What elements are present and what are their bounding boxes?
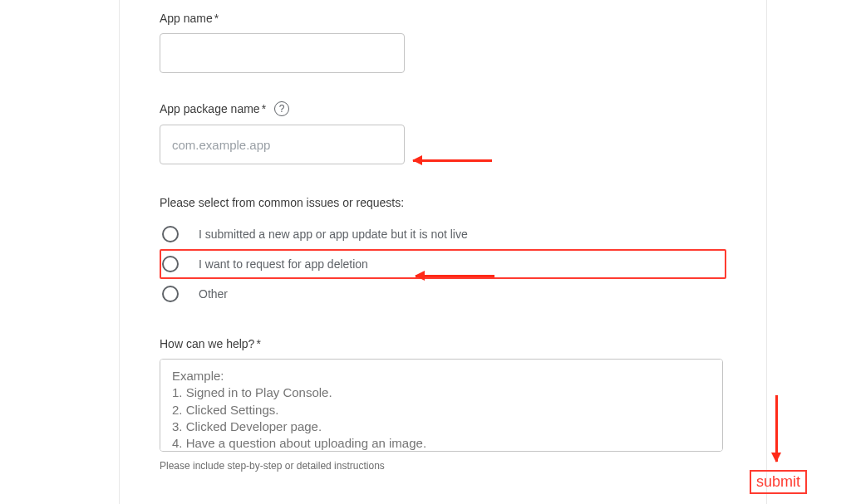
radio-icon (162, 256, 179, 272)
app-package-label: App package name * ? (160, 101, 726, 116)
help-label: How can we help? * (160, 337, 726, 350)
app-name-label-text: App name (160, 12, 213, 25)
app-name-label: App name * (160, 12, 726, 25)
radio-label: I submitted a new app or app update but … (199, 228, 468, 241)
required-mark: * (262, 102, 266, 115)
annotation-arrow-submit (773, 395, 780, 462)
app-package-label-text: App package name (160, 102, 260, 115)
form-container: App name * App package name * ? Please s… (119, 0, 767, 504)
required-mark: * (214, 12, 219, 25)
app-name-group: App name * (160, 12, 726, 73)
annotation-arrow-package (413, 157, 492, 164)
radio-option-other[interactable]: Other (160, 279, 726, 309)
radio-label: I want to request for app deletion (199, 257, 368, 271)
required-mark: * (256, 337, 260, 350)
radio-label: Other (199, 287, 228, 301)
annotation-arrow-deletion (416, 272, 494, 279)
radio-icon (162, 226, 179, 242)
radio-option-not-live[interactable]: I submitted a new app or app update but … (160, 219, 726, 249)
help-icon[interactable]: ? (274, 101, 289, 116)
help-label-text: How can we help? (160, 337, 254, 350)
app-package-input[interactable] (160, 125, 405, 164)
radio-icon (162, 286, 179, 302)
app-package-group: App package name * ? (160, 101, 726, 164)
annotation-submit-box: submit (750, 470, 807, 494)
help-group: How can we help? * Please include step-b… (160, 337, 726, 472)
help-textarea[interactable] (160, 359, 723, 452)
app-name-input[interactable] (160, 33, 405, 73)
help-hint: Please include step-by-step or detailed … (160, 460, 726, 472)
issue-prompt: Please select from common issues or requ… (160, 196, 726, 209)
